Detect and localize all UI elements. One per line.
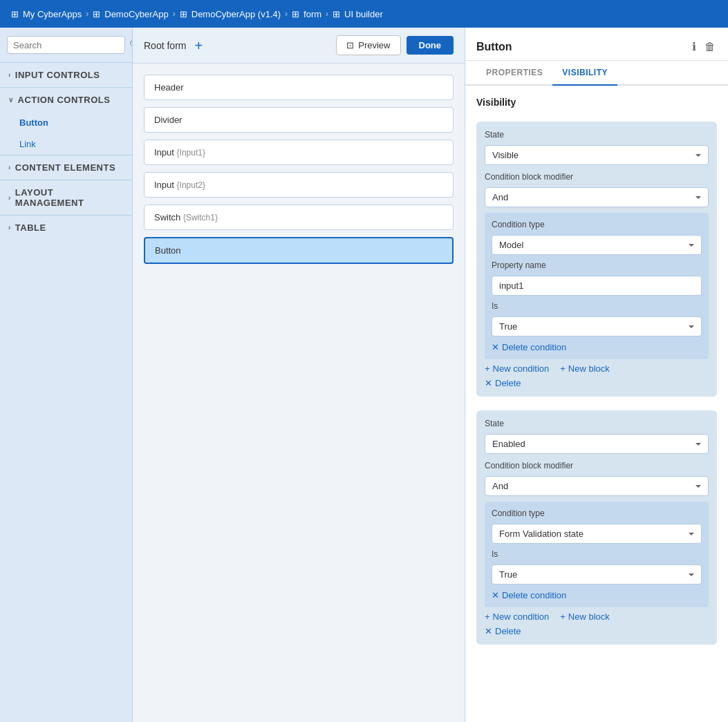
plus-icon: + bbox=[485, 363, 490, 374]
header-right-actions: ⊡ Preview Done bbox=[336, 35, 454, 55]
state-select-0[interactable]: Visible Hidden Disabled Enabled bbox=[485, 145, 709, 165]
sidebar-section-header-input-controls[interactable]: › INPUT CONTROLS bbox=[0, 63, 132, 87]
panel-content: Visibility State Visible Hidden Disabled… bbox=[465, 86, 728, 661]
delete-block-button-0[interactable]: ✕ Delete bbox=[485, 374, 521, 388]
tab-visibility[interactable]: VISIBILITY bbox=[552, 61, 617, 86]
visibility-block-0: State Visible Hidden Disabled Enabled Co… bbox=[476, 122, 717, 397]
grid-icon: ⊞ bbox=[292, 9, 299, 19]
form-element-button[interactable]: Button bbox=[144, 237, 454, 264]
condition-type-label-1-0: Condition type bbox=[492, 509, 702, 518]
condition-block-0-0: Condition type Model Form Validation sta… bbox=[485, 213, 709, 359]
condition-block-modifier-group-1: Condition block modifier And Or bbox=[485, 461, 709, 496]
is-label-0-0: Is bbox=[492, 301, 702, 311]
add-tab-button[interactable]: + bbox=[194, 39, 203, 53]
new-block-button-1[interactable]: + New block bbox=[560, 611, 610, 622]
chevron-down-icon: ∨ bbox=[8, 96, 14, 104]
breadcrumb-label: My CyberApps bbox=[23, 9, 82, 19]
sidebar-item-link[interactable]: Link bbox=[0, 133, 132, 155]
form-element-header[interactable]: Header bbox=[144, 75, 454, 100]
breadcrumb-item-mycyberapps[interactable]: ⊞ My CyberApps bbox=[11, 9, 82, 19]
home-icon: ⊞ bbox=[11, 9, 19, 19]
delete-condition-button-0-0[interactable]: ✕ Delete condition bbox=[492, 342, 702, 352]
breadcrumb-label: DemoCyberApp (v1.4) bbox=[192, 9, 281, 19]
state-label-1: State bbox=[485, 419, 709, 428]
condition-type-label-0-0: Condition type bbox=[492, 220, 702, 229]
sidebar-section-header-table[interactable]: › TABLE bbox=[0, 216, 132, 240]
is-select-0-0[interactable]: True False bbox=[492, 316, 702, 336]
breadcrumb-sep: › bbox=[326, 9, 328, 19]
sidebar-section-header-content-elements[interactable]: › CONTENT ELEMENTS bbox=[0, 155, 132, 180]
breadcrumb-item-uibuilder[interactable]: ⊞ UI builder bbox=[333, 9, 383, 19]
breadcrumb-label: DemoCyberApp bbox=[104, 9, 169, 19]
breadcrumb-sep: › bbox=[285, 9, 288, 19]
is-label-1-0: Is bbox=[492, 549, 702, 559]
breadcrumb-item-form[interactable]: ⊞ form bbox=[292, 9, 321, 19]
new-block-button-0[interactable]: + New block bbox=[560, 363, 610, 374]
form-element-input1[interactable]: Input {Input1} bbox=[144, 140, 454, 165]
form-element-switch[interactable]: Switch {Switch1} bbox=[144, 205, 454, 230]
grid-icon: ⊞ bbox=[333, 9, 340, 19]
right-panel-actions: ℹ 🗑 bbox=[691, 39, 717, 55]
section-label: LAYOUT MANAGEMENT bbox=[15, 187, 124, 208]
sidebar-section-header-action-controls[interactable]: ∨ ACTION CONTROLS bbox=[0, 88, 132, 112]
condition-block-1-0: Condition type Model Form Validation sta… bbox=[485, 502, 709, 607]
x-icon: ✕ bbox=[492, 342, 499, 352]
state-select-1[interactable]: Visible Hidden Disabled Enabled bbox=[485, 434, 709, 454]
condition-type-select-1-0[interactable]: Model Form Validation state User Role bbox=[492, 524, 702, 544]
sidebar-section-input-controls: › INPUT CONTROLS bbox=[0, 62, 132, 87]
condition-block-modifier-select-1[interactable]: And Or bbox=[485, 476, 709, 496]
plus-icon: + bbox=[560, 363, 566, 374]
condition-block-modifier-label-1: Condition block modifier bbox=[485, 461, 709, 471]
chevron-right-icon: › bbox=[8, 194, 11, 202]
sidebar-item-button[interactable]: Button bbox=[0, 112, 132, 133]
x-icon: ✕ bbox=[485, 626, 492, 636]
info-button[interactable]: ℹ bbox=[691, 39, 698, 55]
section-label: CONTENT ELEMENTS bbox=[15, 162, 115, 173]
section-label: INPUT CONTROLS bbox=[15, 70, 100, 80]
delete-element-button[interactable]: 🗑 bbox=[703, 39, 717, 55]
block-actions-1: + New condition + New block bbox=[485, 607, 709, 622]
preview-button[interactable]: ⊡ Preview bbox=[336, 35, 400, 55]
breadcrumb-sep: › bbox=[173, 9, 176, 19]
sidebar-section-header-layout-management[interactable]: › LAYOUT MANAGEMENT bbox=[0, 180, 132, 215]
state-label-0: State bbox=[485, 130, 709, 140]
x-icon: ✕ bbox=[492, 590, 499, 600]
new-condition-button-0[interactable]: + New condition bbox=[485, 363, 549, 374]
right-panel-header: Button ℹ 🗑 bbox=[465, 28, 728, 61]
property-name-input-0-0[interactable] bbox=[492, 276, 702, 296]
grid-icon: ⊞ bbox=[93, 9, 100, 19]
breadcrumb-label: form bbox=[304, 9, 321, 19]
form-element-divider[interactable]: Divider bbox=[144, 107, 454, 133]
sidebar-section-table: › TABLE bbox=[0, 215, 132, 240]
main-layout: 🔍 › INPUT CONTROLS ∨ ACTION CONTROLS But… bbox=[0, 28, 728, 722]
delete-condition-button-1-0[interactable]: ✕ Delete condition bbox=[492, 590, 702, 600]
done-button[interactable]: Done bbox=[407, 36, 454, 55]
state-field-group-1: State Visible Hidden Disabled Enabled bbox=[485, 419, 709, 454]
breadcrumb-item-democyberapp[interactable]: ⊞ DemoCyberApp bbox=[93, 9, 169, 19]
visibility-block-1: State Visible Hidden Disabled Enabled Co… bbox=[476, 410, 717, 645]
condition-block-modifier-group-0: Condition block modifier And Or bbox=[485, 172, 709, 207]
breadcrumb-item-democyberapp-v14[interactable]: ⊞ DemoCyberApp (v1.4) bbox=[180, 9, 281, 19]
delete-block-button-1[interactable]: ✕ Delete bbox=[485, 622, 521, 636]
form-title: Root form bbox=[144, 40, 186, 51]
section-label: ACTION CONTROLS bbox=[18, 95, 111, 105]
center-area: Root form + ⊡ Preview Done Header Divide… bbox=[133, 28, 465, 722]
is-group-0-0: Is True False bbox=[492, 301, 702, 336]
visibility-section-title: Visibility bbox=[476, 97, 717, 108]
property-name-group-0-0: Property name bbox=[492, 260, 702, 296]
is-select-1-0[interactable]: True False bbox=[492, 564, 702, 585]
condition-type-group-0-0: Condition type Model Form Validation sta… bbox=[492, 220, 702, 255]
preview-icon: ⊡ bbox=[346, 40, 354, 50]
plus-icon: + bbox=[485, 611, 490, 622]
center-header: Root form + ⊡ Preview Done bbox=[133, 28, 465, 64]
condition-type-group-1-0: Condition type Model Form Validation sta… bbox=[492, 509, 702, 544]
right-panel-title: Button bbox=[476, 41, 512, 53]
condition-block-modifier-select-0[interactable]: And Or bbox=[485, 187, 709, 207]
search-input[interactable] bbox=[13, 40, 129, 50]
property-name-label-0-0: Property name bbox=[492, 260, 702, 270]
tab-properties[interactable]: PROPERTIES bbox=[476, 61, 552, 86]
plus-icon: + bbox=[560, 611, 566, 622]
form-element-input2[interactable]: Input {Input2} bbox=[144, 172, 454, 198]
condition-type-select-0-0[interactable]: Model Form Validation state User Role bbox=[492, 235, 702, 255]
new-condition-button-1[interactable]: + New condition bbox=[485, 611, 549, 622]
